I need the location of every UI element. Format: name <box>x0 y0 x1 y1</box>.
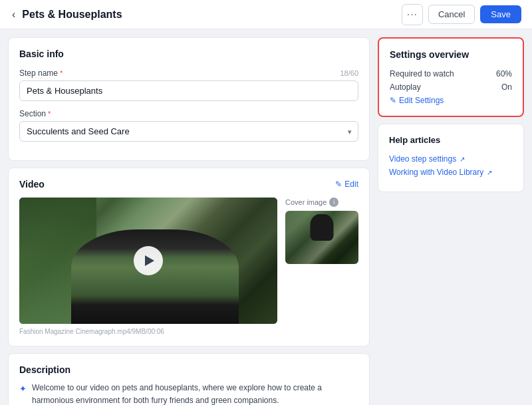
cover-image-preview[interactable] <box>285 211 358 264</box>
settings-overview-title: Settings overview <box>390 49 512 60</box>
step-name-field: Step name * 18/60 <box>19 68 358 101</box>
help-link-video-library-label: Working with Video Library <box>389 168 483 177</box>
required-to-watch-value: 60% <box>496 69 512 78</box>
section-label-row: Section * <box>19 109 358 118</box>
video-card: Video ✎ Edit Fashion Magaz <box>8 168 370 346</box>
pencil-icon-settings: ✎ <box>390 96 396 105</box>
video-edit-button[interactable]: ✎ Edit <box>335 180 358 189</box>
left-column: Basic info Step name * 18/60 Section * <box>8 37 370 405</box>
basic-info-card: Basic info Step name * 18/60 Section * <box>8 37 370 161</box>
main-layout: Basic info Step name * 18/60 Section * <box>0 29 532 405</box>
help-link-video-settings[interactable]: Video step settings ↗ <box>389 154 513 164</box>
autoplay-value: On <box>501 82 512 92</box>
step-name-required: * <box>60 69 63 77</box>
video-cat-body <box>71 229 239 325</box>
dots-icon: ··· <box>407 9 418 21</box>
section-select-wrapper: Succulents and Seed Care ▾ <box>19 121 358 142</box>
external-link-icon-1: ↗ <box>460 156 465 163</box>
page-title: Pets & Houseplants <box>22 9 122 21</box>
header: ‹ Pets & Houseplants ··· Cancel Save <box>0 0 532 29</box>
section-field: Section * Succulents and Seed Care ▾ <box>19 109 358 142</box>
settings-overview-card: Settings overview Required to watch 60% … <box>378 37 524 117</box>
autoplay-label: Autoplay <box>390 82 421 92</box>
info-icon[interactable]: i <box>329 198 338 207</box>
save-button[interactable]: Save <box>480 5 521 23</box>
autoplay-row: Autoplay On <box>390 82 512 92</box>
cancel-button[interactable]: Cancel <box>428 5 475 24</box>
step-name-label: Step name <box>19 68 58 78</box>
video-title: Video <box>19 179 45 190</box>
section-select[interactable]: Succulents and Seed Care <box>19 121 358 142</box>
help-articles-title: Help articles <box>389 135 513 145</box>
description-body: Welcome to our video on pets and housepl… <box>32 382 358 405</box>
external-link-icon-2: ↗ <box>487 169 492 176</box>
back-button[interactable]: ‹ <box>11 7 17 22</box>
help-articles-card: Help articles Video step settings ↗ Work… <box>378 124 524 192</box>
cover-cat-silhouette <box>311 214 334 241</box>
cover-image-label: Cover image <box>285 198 327 206</box>
play-button[interactable] <box>134 246 163 275</box>
video-player[interactable] <box>19 198 277 324</box>
edit-settings-button[interactable]: ✎ Edit Settings <box>390 96 444 105</box>
step-name-char-count: 18/60 <box>340 69 358 77</box>
magic-wand-icon: ✦ <box>19 382 27 405</box>
cover-image-section: Cover image i <box>285 198 358 264</box>
required-to-watch-row: Required to watch 60% <box>390 69 512 78</box>
pencil-icon: ✎ <box>335 180 342 189</box>
more-options-button[interactable]: ··· <box>402 4 423 25</box>
description-title: Description <box>19 364 358 375</box>
section-label: Section <box>19 109 46 118</box>
basic-info-title: Basic info <box>19 49 358 59</box>
cover-image-label-row: Cover image i <box>285 198 358 207</box>
header-right: ··· Cancel Save <box>402 4 521 25</box>
description-card: Description ✦ Welcome to our video on pe… <box>8 353 370 405</box>
video-player-section: Fashion Magazine Cinemagraph.mp4/9MB/00:… <box>19 198 277 335</box>
right-column: Settings overview Required to watch 60% … <box>378 37 524 192</box>
help-link-video-settings-label: Video step settings <box>389 154 456 164</box>
header-left: ‹ Pets & Houseplants <box>11 7 122 22</box>
help-link-video-library[interactable]: Working with Video Library ↗ <box>389 168 513 177</box>
video-caption: Fashion Magazine Cinemagraph.mp4/9MB/00:… <box>19 328 277 335</box>
step-name-label-row: Step name * 18/60 <box>19 68 358 78</box>
play-icon <box>145 255 154 266</box>
video-section-header: Video ✎ Edit <box>19 179 358 190</box>
required-to-watch-label: Required to watch <box>390 69 454 78</box>
description-content: ✦ Welcome to our video on pets and house… <box>19 382 358 405</box>
section-required: * <box>48 110 51 118</box>
step-name-input[interactable] <box>19 80 358 101</box>
video-content: Fashion Magazine Cinemagraph.mp4/9MB/00:… <box>19 198 358 335</box>
